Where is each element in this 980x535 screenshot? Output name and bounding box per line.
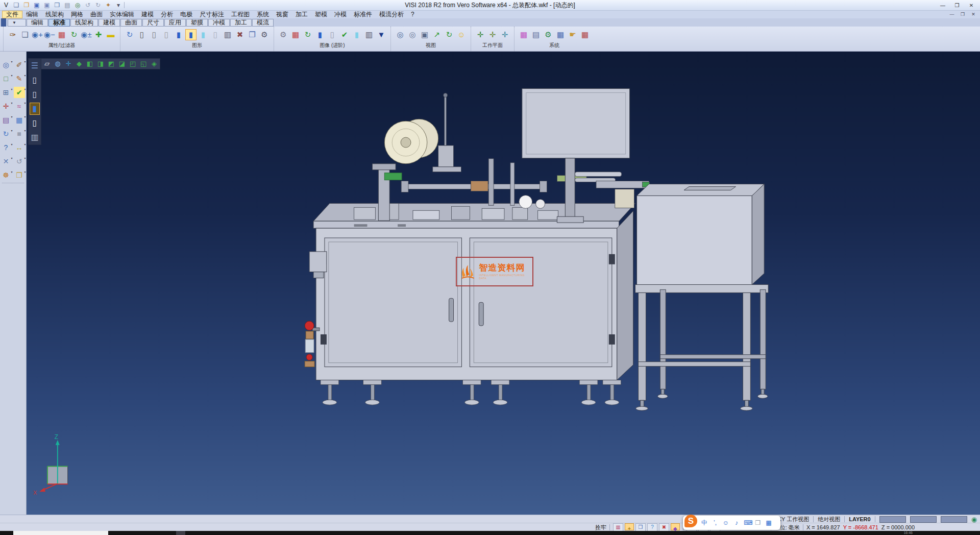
- layers-palette-icon[interactable]: ▤: [1, 114, 12, 126]
- right-door-handle[interactable]: [479, 302, 483, 326]
- copy-graphics-icon[interactable]: ❐: [247, 29, 258, 40]
- workflow-tab[interactable]: 曲面: [120, 19, 142, 27]
- mdi-minimize-button[interactable]: —: [947, 11, 957, 18]
- menu-item[interactable]: 系统: [253, 11, 273, 18]
- section-mode-icon[interactable]: ▥: [30, 131, 40, 143]
- zoom-entities-icon[interactable]: ◎: [1, 59, 12, 70]
- ime-emoji-icon[interactable]: ☺: [722, 516, 729, 529]
- graphics-settings-icon[interactable]: ⚙: [259, 29, 270, 40]
- back-view-icon[interactable]: ◩: [106, 59, 116, 68]
- save-icon[interactable]: ▣: [33, 1, 41, 9]
- workflow-tab[interactable]: 冲模: [208, 19, 230, 27]
- taskbar-window-button[interactable]: [13, 531, 108, 535]
- grid-settings-icon[interactable]: ▦: [579, 29, 591, 40]
- right-view-icon[interactable]: ◨: [95, 59, 106, 68]
- open-folder-icon[interactable]: ❐: [22, 1, 31, 9]
- menu-item[interactable]: 工程图: [228, 11, 253, 18]
- hopper-box[interactable]: [637, 196, 752, 284]
- ime-punct-icon[interactable]: ’,: [712, 516, 719, 529]
- filter-traffic-light-icon[interactable]: ▦: [56, 29, 67, 40]
- ucs-axes-icon[interactable]: ✛: [1, 101, 12, 112]
- hide-entities-icon[interactable]: ◉−: [44, 29, 55, 40]
- menu-item[interactable]: 塑模: [311, 11, 331, 18]
- workflow-tab[interactable]: 尺寸: [142, 19, 164, 27]
- main-cabinet[interactable]: [309, 203, 635, 380]
- right-hopper-unit[interactable]: [635, 184, 769, 411]
- add-filter-icon[interactable]: ✚: [93, 29, 104, 40]
- workplane-align-icon[interactable]: ✛: [487, 29, 498, 40]
- toggle-visibility-icon[interactable]: ◉±: [81, 29, 92, 40]
- refresh-model-icon[interactable]: ↻: [1, 128, 12, 139]
- maximize-button[interactable]: ❐: [950, 2, 964, 9]
- menu-item[interactable]: 线架构: [42, 11, 67, 18]
- menu-item[interactable]: 分析: [157, 11, 177, 18]
- top-view-icon[interactable]: ◆: [74, 59, 84, 68]
- axonometric-view-icon[interactable]: ◈: [149, 59, 159, 68]
- absolute-view-button[interactable]: 绝对视图: [818, 516, 840, 523]
- undo-edit-icon[interactable]: ↺: [14, 156, 25, 167]
- stamp-icon[interactable]: ✦: [104, 1, 112, 9]
- advanced-hatched-icon[interactable]: ▥: [363, 29, 375, 40]
- trash-icon[interactable]: ✕: [1, 156, 12, 167]
- monitor-panel[interactable]: [522, 89, 630, 158]
- snap-grid-icon[interactable]: ▦: [613, 523, 623, 531]
- solid-cube-icon[interactable]: ■: [14, 128, 25, 139]
- render-sphere-icon[interactable]: ◍: [53, 59, 63, 68]
- copy-attributes-icon[interactable]: ❏: [19, 29, 31, 40]
- hidden-line-view-icon[interactable]: ▯: [149, 29, 160, 40]
- pan-arrow-icon[interactable]: ↗: [431, 29, 443, 40]
- snap-wand-icon[interactable]: ✦: [625, 523, 634, 530]
- menu-item[interactable]: 模流分析: [376, 11, 407, 18]
- mdi-restore-button[interactable]: ❐: [958, 11, 968, 18]
- toolbar-options-icon[interactable]: ▾: [114, 1, 122, 9]
- ime-mic-icon[interactable]: ♪: [733, 516, 740, 529]
- calculator-icon[interactable]: ▤: [530, 29, 542, 40]
- ime-keyboard-icon[interactable]: ⌨: [744, 516, 751, 529]
- render-cone-icon[interactable]: ▼: [376, 29, 387, 40]
- zoom-extents-icon[interactable]: ▣: [419, 29, 430, 40]
- menu-item[interactable]: 建模: [138, 11, 157, 18]
- import-folder-icon[interactable]: ❐: [14, 169, 25, 181]
- options-table-icon[interactable]: ▦: [555, 29, 566, 40]
- workflow-tab[interactable]: 应用: [164, 19, 186, 27]
- wireframe-mode-icon[interactable]: ▯: [30, 74, 40, 86]
- snap-help-icon[interactable]: ?: [647, 523, 657, 531]
- confirm-check-icon[interactable]: ✔: [14, 87, 25, 98]
- close-button[interactable]: ✕: [965, 2, 978, 9]
- shaded-view-icon[interactable]: ▮: [173, 29, 184, 40]
- preview-icon[interactable]: ◎: [74, 1, 82, 9]
- advanced-verify-icon[interactable]: ✔: [339, 29, 350, 40]
- advanced-regen-icon[interactable]: ↻: [302, 29, 313, 40]
- view-plane-icon[interactable]: ▱: [42, 59, 52, 68]
- globe-icon[interactable]: ◉: [971, 516, 977, 523]
- flat-view-icon[interactable]: ▯: [210, 29, 221, 40]
- redo-icon[interactable]: ↻: [94, 1, 102, 9]
- ime-skin-icon[interactable]: ▦: [765, 516, 772, 529]
- 3d-viewport[interactable]: Z X ☰▯▯▮▯▥ ▱◍✛◆◧◨◩◪◰◱◈ 智造资料网 INTELLIGENT…: [27, 51, 980, 515]
- menu-item[interactable]: 文件: [2, 11, 22, 18]
- menu-item[interactable]: 网格: [67, 11, 87, 18]
- edit-attributes-icon[interactable]: ✑: [7, 29, 18, 40]
- workflow-tab[interactable]: 标准: [48, 19, 70, 27]
- remove-filter-icon[interactable]: ▬: [105, 29, 116, 40]
- print-icon[interactable]: ▤: [63, 1, 71, 9]
- navigator-wheel-icon[interactable]: ☸: [1, 169, 12, 181]
- axis-view-icon[interactable]: ✛: [63, 59, 74, 68]
- wireframe-view-icon[interactable]: ▯: [136, 29, 148, 40]
- layer-indicator[interactable]: LAYER0: [849, 516, 870, 522]
- sketch-pencil-icon[interactable]: ✎: [14, 73, 25, 84]
- shaded-light-mode-icon[interactable]: ▯: [30, 117, 40, 129]
- workflow-tab[interactable]: 加工: [230, 19, 252, 27]
- menu-item[interactable]: 冲模: [331, 11, 350, 18]
- menu-item[interactable]: 编辑: [22, 11, 42, 18]
- regenerate-icon[interactable]: ↻: [68, 29, 80, 40]
- save-all-icon[interactable]: ❒: [53, 1, 61, 9]
- measure-distance-icon[interactable]: ↔: [14, 142, 25, 153]
- left-door-handle[interactable]: [449, 298, 454, 322]
- hatched-view-icon[interactable]: ▥: [222, 29, 233, 40]
- shaded-mode-icon[interactable]: ▮: [30, 103, 40, 115]
- undo-icon[interactable]: ↺: [84, 1, 92, 9]
- color-palette-icon[interactable]: ▦: [518, 29, 529, 40]
- grid-window-icon[interactable]: ▦: [14, 114, 25, 126]
- selection-plane-icon[interactable]: □: [1, 73, 12, 84]
